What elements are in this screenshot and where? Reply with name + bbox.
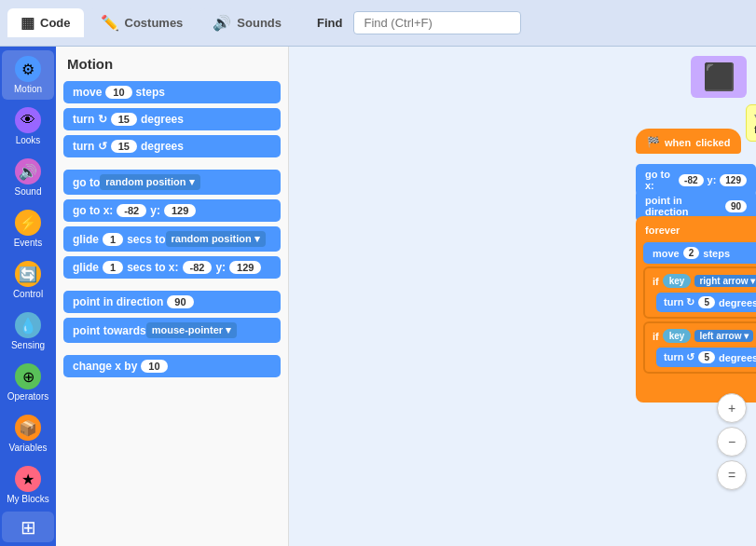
sprite-icon: ⬛ [703,61,735,92]
canvas-block-move-2[interactable]: move 2 steps [643,242,756,264]
sidebar-label-sound: Sound [15,186,42,197]
sidebar: ⚙ Motion 👁 Looks 🔊 Sound ⚡ Events 🔄 Cont… [0,47,56,546]
sidebar-item-sound[interactable]: 🔊 Sound [2,153,54,202]
main-area: ⚙ Motion 👁 Looks 🔊 Sound ⚡ Events 🔄 Cont… [0,47,756,546]
costumes-icon: ✏️ [101,14,119,32]
zoom-controls: + − = [717,393,747,490]
sidebar-label-looks: Looks [16,135,41,145]
block-point-towards[interactable]: point towards mouse-pointer ▾ [63,318,281,343]
sidebar-label-control: Control [13,289,43,299]
block-turn-cw[interactable]: turn ↻ 15 degrees [63,108,281,130]
motion-icon: ⚙ [15,56,41,82]
find-label: Find [317,16,342,30]
tab-code[interactable]: ▦ Code [7,8,84,37]
sidebar-label-myblocks: My Blocks [7,494,49,504]
sensing-icon: 💧 [15,312,41,338]
blocks-panel-title: Motion [67,56,281,72]
block-glide-random[interactable]: glide 1 secs to random position ▾ [63,226,281,252]
sidebar-extras-button[interactable]: ⊞ [2,512,54,542]
operators-icon: ⊕ [15,363,41,389]
sidebar-label-motion: Motion [14,84,42,94]
control-icon: 🔄 [15,261,41,287]
comment-facing-right: ✕ ▾ facing to the right [746,104,756,142]
sidebar-item-events[interactable]: ⚡ Events [2,204,54,253]
canvas-block-turn-ccw-5[interactable]: turn ↺ 5 degrees [656,348,756,367]
sidebar-extras-icon: ⊞ [21,516,36,539]
sprite-thumbnail: ⬛ [691,56,747,98]
sound-icon: 🔊 [15,158,41,184]
code-icon: ▦ [21,14,34,32]
sidebar-label-variables: Variables [9,443,48,453]
sounds-icon: 🔊 [213,14,231,32]
canvas-block-if-right[interactable]: if key right arrow ▾ pressed? then turn … [643,266,756,319]
sidebar-label-events: Events [14,238,43,248]
variables-icon: 📦 [15,415,41,441]
sidebar-label-operators: Operators [7,391,48,402]
tab-costumes[interactable]: ✏️ Costumes [88,8,197,37]
sidebar-item-operators[interactable]: ⊕ Operators [2,358,54,407]
block-move[interactable]: move 10 steps [63,81,281,103]
sidebar-item-control[interactable]: 🔄 Control [2,255,54,305]
find-input[interactable] [353,11,521,34]
block-glide-xy[interactable]: glide 1 secs to x: -82 y: 129 [63,256,281,279]
sidebar-item-looks[interactable]: 👁 Looks [2,102,54,151]
sidebar-label-sensing: Sensing [11,340,45,350]
sidebar-item-myblocks[interactable]: ★ My Blocks [2,460,54,510]
top-bar: ▦ Code ✏️ Costumes 🔊 Sounds Find [0,0,756,47]
canvas-block-if-left[interactable]: if key left arrow ▾ pressed? then turn ↺… [643,321,756,374]
zoom-in-button[interactable]: + [717,393,747,423]
canvas-area: ⬛ ✕ ▾ facing to the right ✕ ▾ it will fo… [289,47,756,546]
block-point-direction[interactable]: point in direction 90 [63,291,281,313]
block-goto-xy[interactable]: go to x: -82 y: 129 [63,199,281,222]
sidebar-item-motion[interactable]: ⚙ Motion [2,50,54,100]
looks-icon: 👁 [15,107,41,133]
sidebar-item-sensing[interactable]: 💧 Sensing [2,307,54,356]
blocks-panel: Motion move 10 steps turn ↻ 15 degrees t… [56,47,289,546]
zoom-out-button[interactable]: − [717,427,747,457]
canvas-block-forever[interactable]: forever move 2 steps if key right arrow … [636,216,756,403]
forever-label: forever [636,221,756,239]
block-turn-ccw[interactable]: turn ↺ 15 degrees [63,135,281,157]
zoom-reset-button[interactable]: = [717,460,747,490]
myblocks-icon: ★ [15,466,41,492]
tab-sounds[interactable]: 🔊 Sounds [199,8,295,37]
flag-icon: 🏁 [647,136,660,148]
block-change-x[interactable]: change x by 10 [63,355,281,377]
block-goto-random[interactable]: go to random position ▾ [63,170,281,195]
events-icon: ⚡ [15,210,41,236]
block-when-flag-clicked[interactable]: 🏁 when clicked [636,129,741,154]
sidebar-item-variables[interactable]: 📦 Variables [2,409,54,458]
canvas-block-turn-cw-5[interactable]: turn ↻ 5 degrees [656,293,756,312]
